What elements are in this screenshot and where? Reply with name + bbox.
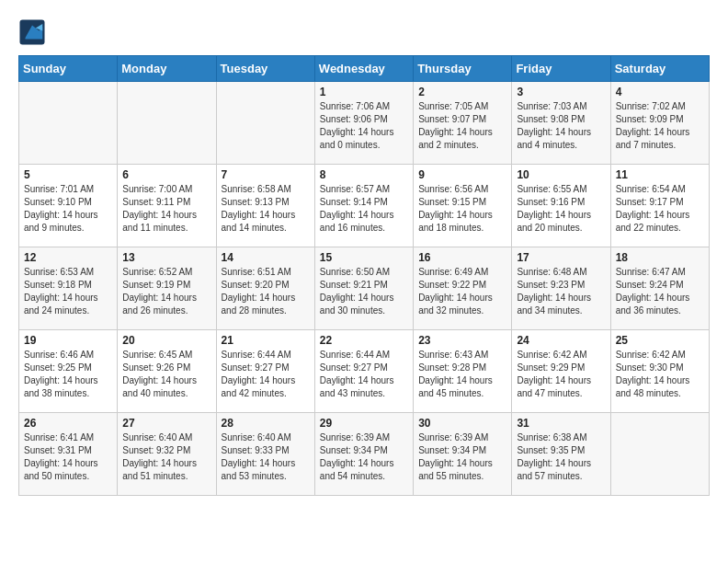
day-number: 7 [222, 168, 310, 181]
weekday-header-saturday: Saturday [610, 56, 709, 82]
cell-info: Sunrise: 7:00 AMSunset: 9:11 PMDaylight:… [122, 183, 210, 235]
cell-info: Sunrise: 6:57 AMSunset: 9:14 PMDaylight:… [320, 183, 408, 235]
calendar-cell: 20Sunrise: 6:45 AMSunset: 9:26 PMDayligh… [118, 330, 216, 413]
calendar-cell: 25Sunrise: 6:42 AMSunset: 9:30 PMDayligh… [610, 330, 709, 413]
calendar-cell: 2Sunrise: 7:05 AMSunset: 9:07 PMDaylight… [414, 82, 512, 165]
day-number: 25 [616, 334, 704, 347]
calendar-cell: 30Sunrise: 6:39 AMSunset: 9:34 PMDayligh… [414, 413, 512, 496]
day-number: 26 [24, 417, 112, 430]
calendar-cell: 5Sunrise: 7:01 AMSunset: 9:10 PMDaylight… [19, 165, 118, 247]
day-number: 28 [222, 417, 310, 430]
cell-info: Sunrise: 6:47 AMSunset: 9:24 PMDaylight:… [616, 266, 704, 317]
calendar-cell: 6Sunrise: 7:00 AMSunset: 9:11 PMDaylight… [118, 165, 216, 247]
calendar-header: SundayMondayTuesdayWednesdayThursdayFrid… [19, 56, 710, 82]
day-number: 3 [517, 86, 605, 98]
calendar-cell [19, 82, 118, 165]
day-number: 14 [222, 251, 310, 264]
cell-info: Sunrise: 7:01 AMSunset: 9:10 PMDaylight:… [24, 183, 112, 235]
day-number: 30 [418, 417, 506, 430]
calendar-body: 1Sunrise: 7:06 AMSunset: 9:06 PMDaylight… [19, 82, 710, 496]
logo [18, 18, 50, 46]
calendar-cell: 10Sunrise: 6:55 AMSunset: 9:16 PMDayligh… [512, 165, 610, 247]
calendar-cell: 4Sunrise: 7:02 AMSunset: 9:09 PMDaylight… [610, 82, 709, 165]
cell-info: Sunrise: 6:56 AMSunset: 9:15 PMDaylight:… [418, 183, 506, 235]
day-number: 19 [24, 334, 112, 347]
cell-info: Sunrise: 7:03 AMSunset: 9:08 PMDaylight:… [517, 100, 605, 152]
calendar-cell: 19Sunrise: 6:46 AMSunset: 9:25 PMDayligh… [19, 330, 118, 413]
day-number: 11 [616, 168, 704, 181]
cell-info: Sunrise: 6:44 AMSunset: 9:27 PMDaylight:… [222, 349, 310, 400]
cell-info: Sunrise: 6:42 AMSunset: 9:29 PMDaylight:… [517, 349, 605, 400]
calendar-week-row: 19Sunrise: 6:46 AMSunset: 9:25 PMDayligh… [19, 330, 710, 413]
calendar-cell: 24Sunrise: 6:42 AMSunset: 9:29 PMDayligh… [512, 330, 610, 413]
calendar-week-row: 12Sunrise: 6:53 AMSunset: 9:18 PMDayligh… [19, 247, 710, 330]
calendar-cell: 11Sunrise: 6:54 AMSunset: 9:17 PMDayligh… [610, 165, 709, 247]
day-number: 6 [122, 168, 210, 181]
cell-info: Sunrise: 6:49 AMSunset: 9:22 PMDaylight:… [418, 266, 506, 317]
cell-info: Sunrise: 6:40 AMSunset: 9:32 PMDaylight:… [122, 431, 210, 483]
calendar-cell: 9Sunrise: 6:56 AMSunset: 9:15 PMDaylight… [414, 165, 512, 247]
cell-info: Sunrise: 7:06 AMSunset: 9:06 PMDaylight:… [320, 100, 408, 152]
calendar-cell: 14Sunrise: 6:51 AMSunset: 9:20 PMDayligh… [216, 247, 314, 330]
calendar-cell: 13Sunrise: 6:52 AMSunset: 9:19 PMDayligh… [118, 247, 216, 330]
calendar-cell: 22Sunrise: 6:44 AMSunset: 9:27 PMDayligh… [314, 330, 413, 413]
weekday-header-friday: Friday [512, 56, 610, 82]
cell-info: Sunrise: 6:55 AMSunset: 9:16 PMDaylight:… [517, 183, 605, 235]
day-number: 12 [24, 251, 112, 264]
day-number: 18 [616, 251, 704, 264]
cell-info: Sunrise: 6:52 AMSunset: 9:19 PMDaylight:… [122, 266, 210, 317]
cell-info: Sunrise: 6:54 AMSunset: 9:17 PMDaylight:… [616, 183, 704, 235]
cell-info: Sunrise: 7:02 AMSunset: 9:09 PMDaylight:… [616, 100, 704, 152]
calendar-cell: 8Sunrise: 6:57 AMSunset: 9:14 PMDaylight… [314, 165, 413, 247]
day-number: 5 [24, 168, 112, 181]
calendar-cell: 26Sunrise: 6:41 AMSunset: 9:31 PMDayligh… [19, 413, 118, 496]
day-number: 13 [122, 251, 210, 264]
calendar-cell: 16Sunrise: 6:49 AMSunset: 9:22 PMDayligh… [414, 247, 512, 330]
day-number: 17 [517, 251, 605, 264]
cell-info: Sunrise: 6:40 AMSunset: 9:33 PMDaylight:… [222, 431, 310, 483]
day-number: 31 [517, 417, 605, 430]
calendar-cell [610, 413, 709, 496]
weekday-header-monday: Monday [118, 56, 216, 82]
cell-info: Sunrise: 6:46 AMSunset: 9:25 PMDaylight:… [24, 349, 112, 400]
cell-info: Sunrise: 7:05 AMSunset: 9:07 PMDaylight:… [418, 100, 506, 152]
cell-info: Sunrise: 6:53 AMSunset: 9:18 PMDaylight:… [24, 266, 112, 317]
calendar-cell: 18Sunrise: 6:47 AMSunset: 9:24 PMDayligh… [610, 247, 709, 330]
calendar-cell: 7Sunrise: 6:58 AMSunset: 9:13 PMDaylight… [216, 165, 314, 247]
logo-icon [18, 18, 46, 46]
cell-info: Sunrise: 6:38 AMSunset: 9:35 PMDaylight:… [517, 431, 605, 483]
calendar-cell: 12Sunrise: 6:53 AMSunset: 9:18 PMDayligh… [19, 247, 118, 330]
weekday-header-sunday: Sunday [19, 56, 118, 82]
day-number: 16 [418, 251, 506, 264]
day-number: 4 [616, 86, 704, 98]
day-number: 15 [320, 251, 408, 264]
cell-info: Sunrise: 6:45 AMSunset: 9:26 PMDaylight:… [122, 349, 210, 400]
calendar-week-row: 1Sunrise: 7:06 AMSunset: 9:06 PMDaylight… [19, 82, 710, 165]
calendar-cell: 21Sunrise: 6:44 AMSunset: 9:27 PMDayligh… [216, 330, 314, 413]
day-number: 27 [122, 417, 210, 430]
day-number: 20 [122, 334, 210, 347]
day-number: 8 [320, 168, 408, 181]
cell-info: Sunrise: 6:44 AMSunset: 9:27 PMDaylight:… [320, 349, 408, 400]
calendar-cell: 3Sunrise: 7:03 AMSunset: 9:08 PMDaylight… [512, 82, 610, 165]
day-number: 2 [418, 86, 506, 98]
day-number: 21 [222, 334, 310, 347]
cell-info: Sunrise: 6:41 AMSunset: 9:31 PMDaylight:… [24, 431, 112, 483]
calendar-cell: 29Sunrise: 6:39 AMSunset: 9:34 PMDayligh… [314, 413, 413, 496]
cell-info: Sunrise: 6:51 AMSunset: 9:20 PMDaylight:… [222, 266, 310, 317]
cell-info: Sunrise: 6:48 AMSunset: 9:23 PMDaylight:… [517, 266, 605, 317]
cell-info: Sunrise: 6:58 AMSunset: 9:13 PMDaylight:… [222, 183, 310, 235]
cell-info: Sunrise: 6:50 AMSunset: 9:21 PMDaylight:… [320, 266, 408, 317]
day-number: 29 [320, 417, 408, 430]
day-number: 1 [320, 86, 408, 98]
cell-info: Sunrise: 6:43 AMSunset: 9:28 PMDaylight:… [418, 349, 506, 400]
day-number: 23 [418, 334, 506, 347]
calendar-cell: 28Sunrise: 6:40 AMSunset: 9:33 PMDayligh… [216, 413, 314, 496]
day-number: 22 [320, 334, 408, 347]
calendar-cell: 1Sunrise: 7:06 AMSunset: 9:06 PMDaylight… [314, 82, 413, 165]
day-number: 10 [517, 168, 605, 181]
calendar-cell: 17Sunrise: 6:48 AMSunset: 9:23 PMDayligh… [512, 247, 610, 330]
calendar-cell: 31Sunrise: 6:38 AMSunset: 9:35 PMDayligh… [512, 413, 610, 496]
weekday-header-thursday: Thursday [414, 56, 512, 82]
calendar-cell: 23Sunrise: 6:43 AMSunset: 9:28 PMDayligh… [414, 330, 512, 413]
